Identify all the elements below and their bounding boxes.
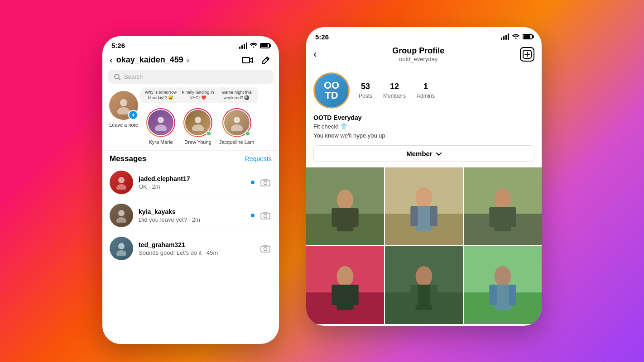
message-item-1[interactable]: jaded.elephant17 OK · 2m [108, 166, 274, 199]
grid-cell-1[interactable] [306, 167, 384, 245]
msg-actions-1 [251, 176, 272, 189]
camera-svg-3 [260, 244, 270, 252]
edit-icon[interactable] [260, 56, 272, 65]
status-bar-left: 5:26 [102, 36, 279, 53]
members-label: Members [383, 93, 406, 99]
add-button[interactable] [520, 47, 534, 62]
jacqueline-note-bubble: Game night this weekend? 🎱 [215, 87, 258, 103]
svg-rect-57 [489, 285, 496, 305]
svg-rect-12 [261, 180, 270, 186]
status-icons-right [501, 33, 533, 41]
grid-photo-svg-3 [464, 167, 542, 245]
group-title: Group Profile [317, 46, 520, 56]
search-icon [114, 74, 120, 80]
group-bio: OOTD Everyday Fit check! 👕 You know we'l… [306, 114, 542, 145]
back-button-left[interactable]: ‹ [110, 55, 113, 65]
battery-icon [260, 43, 270, 48]
svg-rect-52 [430, 285, 437, 305]
svg-rect-27 [332, 208, 339, 227]
svg-point-49 [416, 266, 433, 286]
camera-icon-1[interactable] [259, 176, 272, 189]
left-phone: 5:26 ‹ okay_kaiden_459 ∨ [102, 36, 279, 344]
add-note-avatar-wrap: + [109, 91, 138, 120]
svg-point-2 [120, 99, 127, 106]
video-camera-icon[interactable] [242, 56, 254, 65]
svg-rect-28 [351, 208, 358, 227]
drew-silhouette [189, 114, 207, 131]
grid-cell-4[interactable] [306, 246, 384, 324]
unread-dot-2 [251, 214, 255, 217]
svg-point-10 [118, 177, 125, 183]
drew-online-dot [206, 131, 211, 136]
member-button[interactable]: Member [313, 145, 534, 162]
svg-rect-38 [495, 207, 511, 231]
svg-rect-44 [337, 285, 354, 310]
message-content-1: jaded.elephant17 OK · 2m [139, 175, 245, 190]
story-add-button[interactable]: + [128, 110, 138, 120]
grid-photo-svg-4 [306, 246, 384, 324]
jacqueline-silhouette [228, 114, 245, 131]
avatar-jaded [110, 171, 133, 194]
camera-icon-2[interactable] [259, 209, 272, 222]
chat-title[interactable]: okay_kaiden_459 ∨ [116, 55, 238, 65]
search-bar[interactable]: Search [108, 70, 274, 84]
grid-photo-svg-2 [385, 167, 463, 245]
kyra-avatar [147, 109, 174, 136]
svg-rect-39 [489, 207, 496, 227]
camera-svg-2 [260, 211, 270, 219]
message-list: jaded.elephant17 OK · 2m [102, 166, 279, 265]
grid-cell-2[interactable] [385, 167, 463, 245]
requests-link[interactable]: Requests [245, 155, 272, 162]
svg-point-9 [231, 124, 243, 131]
svg-point-4 [158, 117, 164, 123]
jac-online-dot [245, 131, 250, 136]
group-nav: ‹ Group Profile ootd_everyday [306, 44, 542, 67]
grid-cell-6[interactable] [464, 246, 542, 324]
svg-rect-51 [410, 285, 418, 305]
back-button-right[interactable]: ‹ [313, 48, 317, 60]
svg-point-8 [234, 117, 240, 123]
svg-rect-16 [261, 213, 270, 219]
stat-admins: 1 Admins [417, 82, 435, 100]
svg-point-21 [264, 248, 267, 251]
grid-cell-5[interactable] [385, 246, 463, 324]
status-icons-left [239, 42, 270, 49]
bubble-tail-drew [196, 103, 200, 106]
camera-icon-3[interactable] [259, 242, 272, 255]
members-count: 12 [383, 82, 406, 91]
jac-name: Jacqueline Lam [219, 139, 254, 145]
ted-silhouette [114, 241, 129, 256]
svg-rect-56 [495, 285, 511, 310]
group-username: ootd_everyday [317, 56, 520, 62]
msg-actions-3 [259, 242, 272, 255]
msg-actions-2 [251, 209, 272, 222]
story-item-add-note[interactable]: + Leave a note [108, 91, 139, 145]
battery-icon-right [523, 34, 533, 39]
group-bio-name: OOTD Everyday [313, 114, 534, 121]
drew-wrap: Finally landing in NYC! ❤️ [183, 108, 212, 137]
bubble-tail-jac [235, 103, 239, 106]
story-item-drew[interactable]: Finally landing in NYC! ❤️ Drew Young [182, 91, 214, 145]
stat-posts: 53 Posts [359, 82, 372, 100]
kyra-name: Kyra Marie [149, 139, 173, 145]
svg-rect-0 [242, 57, 250, 63]
svg-point-7 [192, 124, 204, 131]
msg-preview-3: Sounds good! Let's do it · 45m [139, 249, 254, 256]
message-item-3[interactable]: ted_graham321 Sounds good! Let's do it ·… [108, 232, 274, 265]
nav-bar-left: ‹ okay_kaiden_459 ∨ [102, 53, 279, 70]
msg-username-1: jaded.elephant17 [139, 175, 245, 182]
svg-rect-26 [337, 208, 354, 231]
posts-label: Posts [359, 93, 372, 99]
message-item-2[interactable]: kyia_kayaks Did you leave yet? · 2m [108, 199, 274, 232]
grid-cell-3[interactable] [464, 167, 542, 245]
story-item-kyra[interactable]: Why is tomorrow Monday!? 😅 Kyra Marie [145, 91, 177, 145]
drew-note-bubble: Finally landing in NYC! ❤️ [177, 87, 220, 103]
group-nav-center: Group Profile ootd_everyday [317, 46, 520, 62]
kyia-silhouette [114, 208, 129, 223]
svg-rect-32 [416, 206, 433, 231]
svg-point-18 [118, 243, 125, 249]
svg-rect-50 [416, 285, 433, 310]
svg-point-37 [495, 189, 511, 209]
jaded-silhouette [114, 175, 129, 190]
story-item-jacqueline[interactable]: Game night this weekend? 🎱 Jacqueline La… [219, 91, 254, 145]
